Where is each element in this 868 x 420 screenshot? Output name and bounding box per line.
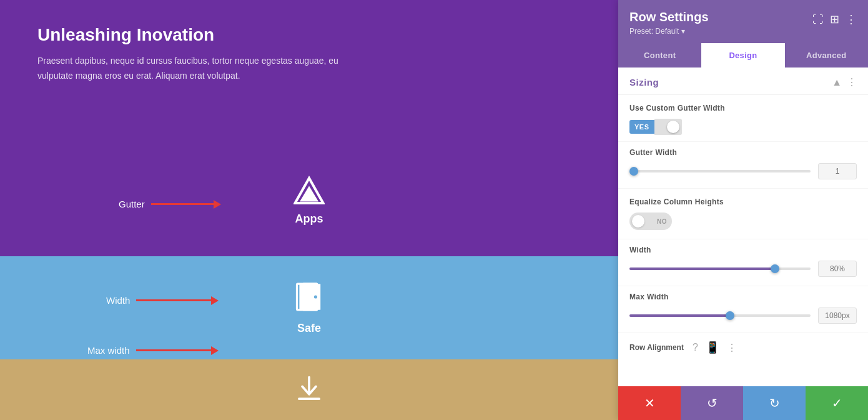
- cancel-button[interactable]: ✕: [618, 386, 681, 420]
- panel-body: Sizing ▲ ⋮ Use Custom Gutter Width YES G…: [618, 68, 868, 386]
- gutter-slider-thumb[interactable]: [629, 167, 638, 176]
- custom-gutter-label: Use Custom Gutter Width: [629, 104, 857, 112]
- row-alignment-row: Row Alignment ? 📱 ⋮: [618, 333, 868, 362]
- collapse-icon[interactable]: ▲: [832, 77, 842, 88]
- gutter-slider-container: 1: [629, 163, 857, 179]
- safe-label: Safe: [297, 322, 321, 335]
- panel-title: Row Settings: [629, 10, 709, 24]
- width-arrow-label: Width: [106, 295, 130, 306]
- panel-header-icons: ⛶ ⊞ ⋮: [812, 12, 857, 26]
- width-label: Width: [629, 246, 857, 254]
- gutter-value[interactable]: 1: [818, 163, 857, 179]
- section-title: Unleashing Inovation: [37, 25, 581, 45]
- yes-label: YES: [629, 120, 654, 134]
- gutter-width-label: Gutter Width: [629, 148, 857, 157]
- toggle-knob: [667, 121, 679, 133]
- section-safe: Safe: [0, 256, 618, 359]
- panel-preset[interactable]: Preset: Default ▾: [629, 27, 709, 36]
- panel-header: Row Settings Preset: Default ▾ ⛶ ⊞ ⋮: [618, 0, 868, 43]
- download-icon: [295, 375, 323, 405]
- section-tan: [0, 359, 618, 420]
- row-alignment-label: Row Alignment: [629, 343, 684, 352]
- tab-content[interactable]: Content: [618, 43, 701, 68]
- panel-tabs: Content Design Advanced: [618, 43, 868, 68]
- equalize-toggle[interactable]: NO: [629, 212, 672, 230]
- undo-button[interactable]: ↺: [681, 386, 743, 420]
- width-slider-container: 80%: [629, 261, 857, 277]
- question-icon[interactable]: ?: [693, 342, 698, 353]
- no-label: NO: [657, 218, 667, 225]
- chevron-down-icon: ▾: [681, 27, 685, 36]
- max-width-label: Max Width: [629, 292, 857, 301]
- toggle-switch[interactable]: [654, 119, 682, 135]
- canvas-area: Unleashing Inovation Praesent dapibus, n…: [0, 0, 618, 420]
- safe-icon: [293, 281, 325, 316]
- gutter-label: Gutter: [119, 199, 145, 209]
- gutter-slider-track[interactable]: [629, 170, 811, 172]
- save-button[interactable]: ✓: [806, 386, 868, 420]
- row-settings-panel: Row Settings Preset: Default ▾ ⛶ ⊞ ⋮ Con…: [618, 0, 868, 420]
- gutter-width-row: Gutter Width 1: [618, 142, 868, 189]
- section-top: Unleashing Inovation Praesent dapibus, n…: [0, 0, 618, 144]
- width-value[interactable]: 80%: [818, 261, 857, 277]
- custom-gutter-toggle[interactable]: YES: [629, 119, 857, 135]
- equalize-row: Equalize Column Heights NO: [618, 189, 868, 239]
- equalize-label: Equalize Column Heights: [629, 198, 857, 206]
- row-alignment-more-icon[interactable]: ⋮: [727, 342, 737, 354]
- apps-icon: [293, 175, 325, 206]
- columns-icon[interactable]: ⊞: [830, 12, 839, 26]
- svg-rect-5: [299, 284, 304, 310]
- width-slider-track[interactable]: [629, 268, 811, 270]
- max-width-row: Max Width 1080px: [618, 286, 868, 333]
- width-row: Width 80%: [618, 239, 868, 286]
- redo-button[interactable]: ↻: [743, 386, 806, 420]
- expand-icon[interactable]: ⛶: [812, 13, 824, 26]
- more-icon[interactable]: ⋮: [846, 12, 857, 26]
- sizing-more-icon[interactable]: ⋮: [847, 76, 857, 88]
- row-alignment-icons: ? 📱 ⋮: [693, 341, 737, 354]
- svg-point-6: [314, 295, 317, 298]
- svg-rect-7: [317, 284, 320, 310]
- tab-design[interactable]: Design: [701, 43, 784, 68]
- max-width-value[interactable]: 1080px: [818, 308, 857, 324]
- section-body: Praesent dapibus, neque id cursus faucib…: [37, 54, 350, 84]
- width-slider-thumb[interactable]: [771, 264, 779, 273]
- panel-header-left: Row Settings Preset: Default ▾: [629, 10, 709, 36]
- sizing-section-icons: ▲ ⋮: [832, 76, 857, 88]
- width-arrow: Width: [106, 295, 219, 306]
- maxwidth-arrow: Max width: [87, 345, 219, 356]
- custom-gutter-row: Use Custom Gutter Width YES: [618, 95, 868, 142]
- mobile-icon[interactable]: 📱: [706, 341, 719, 354]
- max-width-slider-track[interactable]: [629, 314, 811, 317]
- section-apps: Apps: [0, 144, 618, 256]
- tab-advanced[interactable]: Advanced: [785, 43, 868, 68]
- apps-label: Apps: [295, 212, 323, 226]
- sizing-section-header: Sizing ▲ ⋮: [618, 68, 868, 95]
- max-width-slider-container: 1080px: [629, 308, 857, 324]
- maxwidth-arrow-label: Max width: [87, 345, 130, 356]
- max-width-slider-thumb[interactable]: [726, 311, 734, 320]
- gutter-arrow: Gutter: [119, 199, 221, 209]
- panel-footer: ✕ ↺ ↻ ✓: [618, 386, 868, 420]
- sizing-title: Sizing: [629, 77, 659, 88]
- no-knob: [632, 215, 644, 228]
